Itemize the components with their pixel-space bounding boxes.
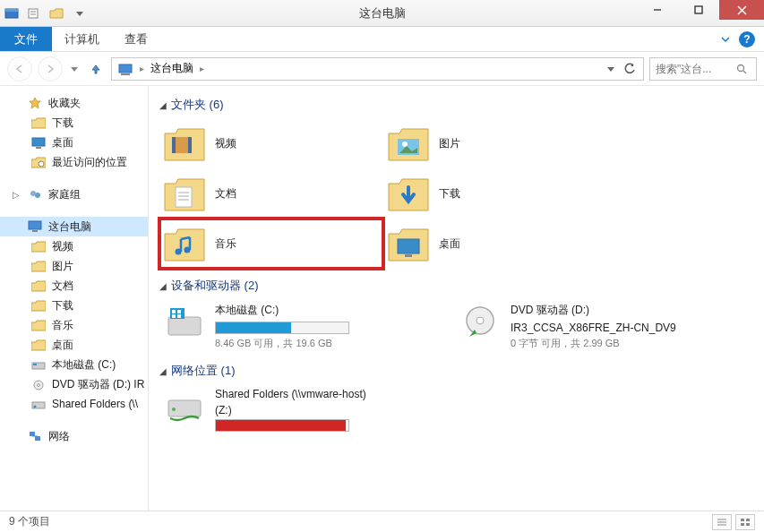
ribbon: 文件 计算机 查看 ? [0, 27, 764, 52]
nav-up-button[interactable] [86, 59, 106, 79]
sidebar-item-videos[interactable]: 视频 [0, 236, 148, 256]
titlebar: 这台电脑 [0, 0, 764, 27]
address-bar[interactable]: ▸ 这台电脑 ▸ [111, 57, 644, 81]
svg-rect-44 [172, 310, 176, 313]
svg-point-25 [34, 405, 37, 408]
search-icon[interactable] [736, 64, 747, 74]
content-pane: ◢文件夹 (6) 视频图片文档下载音乐桌面 ◢设备和驱动器 (2) 本地磁盘 (… [149, 86, 764, 511]
nav-forward-button[interactable] [38, 56, 63, 82]
sidebar-network[interactable]: 网络 [0, 426, 148, 446]
device-dvd[interactable]: DVD 驱动器 (D:) IR3_CCSA_X86FRE_ZH-CN_DV9 0… [455, 299, 742, 354]
search-input[interactable] [656, 63, 736, 75]
address-dropdown-icon[interactable] [607, 65, 614, 73]
ribbon-tab-view[interactable]: 查看 [112, 27, 160, 51]
sidebar-item-music[interactable]: 音乐 [0, 315, 148, 335]
svg-rect-10 [121, 73, 130, 75]
ribbon-file-tab[interactable]: 文件 [0, 27, 52, 51]
help-icon[interactable]: ? [739, 31, 755, 47]
minimize-button[interactable] [637, 0, 678, 20]
nav-back-button[interactable] [7, 56, 32, 82]
sidebar-item-drive-c[interactable]: 本地磁盘 (C:) [0, 355, 148, 374]
network-location-line2: (Z:) [215, 404, 442, 416]
folder-document-icon [161, 172, 208, 215]
svg-point-51 [172, 408, 176, 411]
folder-item-download[interactable]: 下载 [383, 168, 607, 219]
device-subtext: 8.46 GB 可用，共 19.6 GB [215, 337, 442, 350]
dvd-drive-icon [459, 303, 502, 342]
refresh-button[interactable] [620, 59, 640, 79]
svg-point-11 [738, 64, 744, 71]
folders-grid: 视频图片文档下载音乐桌面 [159, 118, 753, 269]
folder-item-document[interactable]: 文档 [159, 168, 383, 219]
address-segment-thispc[interactable]: 这台电脑 ▸ [149, 58, 209, 80]
sidebar-thispc[interactable]: 这台电脑 [0, 217, 148, 236]
view-thumbnails-button[interactable] [735, 514, 755, 530]
sidebar-item-recent[interactable]: 最近访问的位置 [0, 152, 148, 172]
svg-rect-9 [119, 64, 132, 73]
ribbon-expand-icon[interactable] [721, 35, 730, 44]
device-name: 本地磁盘 (C:) [215, 303, 442, 318]
view-details-button[interactable] [712, 514, 732, 530]
sidebar-item-dvd[interactable]: DVD 驱动器 (D:) IR [0, 374, 148, 394]
titlebar-qat [0, 4, 90, 23]
svg-rect-19 [32, 230, 38, 232]
network-drive-icon [30, 397, 47, 411]
folder-icon [30, 259, 47, 273]
sidebar-favorites[interactable]: 收藏夹 [0, 93, 148, 113]
sidebar-item-downloads[interactable]: 下载 [0, 113, 148, 133]
folder-item-music[interactable]: 音乐 [159, 219, 383, 269]
folder-item-video[interactable]: 视频 [159, 118, 383, 168]
sidebar-homegroup[interactable]: ▷ 家庭组 [0, 184, 148, 204]
folder-video-icon [161, 122, 208, 165]
qat-dropdown-icon[interactable] [70, 4, 90, 23]
search-box[interactable] [649, 57, 757, 81]
folder-label: 视频 [215, 136, 236, 151]
maximize-button[interactable] [678, 0, 719, 20]
section-network-header[interactable]: ◢网络位置 (1) [159, 363, 753, 379]
svg-rect-13 [32, 138, 45, 146]
sidebar-item-sharedfolders[interactable]: Shared Folders (\\ [0, 394, 148, 414]
svg-rect-26 [30, 432, 35, 436]
star-icon [27, 96, 43, 110]
address-toolbar: ▸ 这台电脑 ▸ [0, 52, 764, 86]
sidebar-item-downloads2[interactable]: 下载 [0, 296, 148, 315]
svg-point-15 [39, 161, 44, 167]
sidebar-item-desktop[interactable]: 桌面 [0, 133, 148, 152]
folder-item-picture[interactable]: 图片 [383, 118, 607, 168]
storage-bar [215, 322, 349, 334]
network-location[interactable]: Shared Folders (\\vmware-host) (Z:) [159, 384, 446, 438]
sidebar-item-pictures[interactable]: 图片 [0, 256, 148, 276]
device-drive-c[interactable]: 本地磁盘 (C:) 8.46 GB 可用，共 19.6 GB [159, 299, 446, 354]
statusbar: 9 个项目 [0, 511, 764, 532]
folder-label: 图片 [439, 136, 460, 151]
address-root-icon[interactable]: ▸ [116, 58, 149, 80]
ribbon-tab-computer[interactable]: 计算机 [52, 27, 112, 51]
sidebar-item-desktop2[interactable]: 桌面 [0, 335, 148, 355]
qat-newfolder-icon[interactable] [47, 4, 66, 23]
svg-rect-1 [5, 9, 18, 12]
svg-line-12 [743, 71, 746, 73]
svg-rect-14 [36, 147, 41, 149]
svg-rect-57 [741, 523, 744, 526]
navigation-pane: 收藏夹 下载 桌面 最近访问的位置 ▷ 家庭组 这台电脑 视频 图片 文档 下载… [0, 86, 149, 511]
sidebar-item-documents[interactable]: 文档 [0, 276, 148, 296]
system-menu-icon[interactable] [4, 5, 20, 21]
folder-item-desktop[interactable]: 桌面 [383, 219, 607, 269]
desktop-icon [30, 135, 47, 150]
section-devices-header[interactable]: ◢设备和驱动器 (2) [159, 278, 753, 294]
qat-properties-icon[interactable] [23, 4, 43, 23]
svg-rect-56 [746, 519, 750, 521]
network-row: Shared Folders (\\vmware-host) (Z:) [159, 384, 753, 438]
folder-icon [30, 338, 47, 352]
nav-history-dropdown[interactable] [68, 65, 81, 73]
svg-rect-45 [177, 310, 181, 313]
section-folders-header[interactable]: ◢文件夹 (6) [159, 97, 753, 113]
folder-icon [30, 298, 47, 313]
svg-rect-2 [29, 9, 38, 18]
folder-label: 下载 [439, 186, 460, 202]
svg-rect-41 [405, 254, 412, 257]
svg-point-23 [38, 383, 40, 386]
svg-point-17 [35, 193, 40, 198]
close-button[interactable] [719, 0, 764, 20]
device-subtext: 0 字节 可用，共 2.99 GB [511, 337, 738, 350]
